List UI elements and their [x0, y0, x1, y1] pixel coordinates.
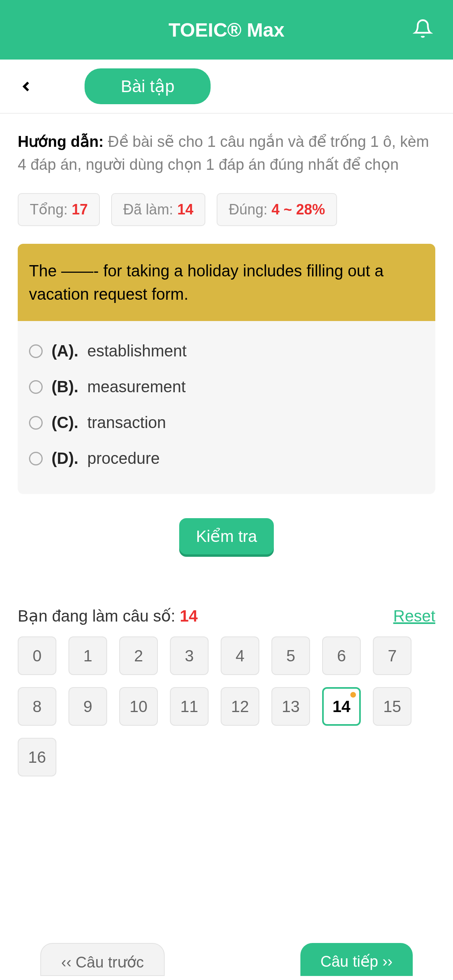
option-text: establishment: [87, 342, 187, 360]
progress-label-wrap: Bạn đang làm câu số: 14: [18, 607, 198, 625]
footer-nav: ‹‹ Câu trước Câu tiếp ››: [0, 943, 453, 980]
question-number-5[interactable]: 5: [271, 636, 310, 675]
question-number-8[interactable]: 8: [18, 687, 56, 726]
prev-question-button[interactable]: ‹‹ Câu trước: [40, 943, 165, 976]
nav-bar: Bài tập: [0, 60, 453, 113]
question-number-15[interactable]: 15: [373, 687, 412, 726]
app-title: TOEIC® Max: [169, 19, 285, 41]
question-number-16[interactable]: 16: [18, 738, 56, 776]
app-header: TOEIC® Max: [0, 0, 453, 60]
options-list: (A). establishment (B). measurement (C).…: [18, 321, 435, 494]
active-dot-icon: [350, 692, 356, 698]
stats-row: Tổng: 17 Đã làm: 14 Đúng: 4 ~ 28%: [18, 193, 435, 226]
question-number-grid: 012345678910111213141516: [18, 636, 435, 776]
stat-done: Đã làm: 14: [111, 193, 205, 226]
reset-link[interactable]: Reset: [393, 607, 436, 625]
option-a[interactable]: (A). establishment: [29, 333, 424, 369]
question-number-9[interactable]: 9: [68, 687, 107, 726]
radio-icon: [29, 416, 43, 430]
question-number-4[interactable]: 4: [221, 636, 259, 675]
radio-icon: [29, 452, 43, 465]
check-button[interactable]: Kiểm tra: [179, 518, 274, 554]
instruction-label: Hướng dẫn:: [18, 133, 108, 150]
progress-label: Bạn đang làm câu số:: [18, 607, 180, 625]
question-number-3[interactable]: 3: [170, 636, 209, 675]
question-number-7[interactable]: 7: [373, 636, 412, 675]
question-number-1[interactable]: 1: [68, 636, 107, 675]
option-label: (A).: [52, 342, 79, 360]
option-text: procedure: [87, 449, 160, 467]
question-number-12[interactable]: 12: [221, 687, 259, 726]
instruction-text: Hướng dẫn: Đề bài sẽ cho 1 câu ngắn và đ…: [18, 130, 435, 176]
stat-done-value: 14: [177, 201, 193, 218]
progress-row: Bạn đang làm câu số: 14 Reset: [18, 607, 435, 625]
radio-icon: [29, 380, 43, 394]
question-number-2[interactable]: 2: [119, 636, 158, 675]
question-text: The ——- for taking a holiday includes fi…: [18, 244, 435, 321]
question-number-6[interactable]: 6: [322, 636, 361, 675]
option-c[interactable]: (C). transaction: [29, 405, 424, 441]
stat-correct: Đúng: 4 ~ 28%: [217, 193, 337, 226]
radio-icon: [29, 344, 43, 358]
notification-bell-icon[interactable]: [413, 19, 433, 41]
question-number-10[interactable]: 10: [119, 687, 158, 726]
question-card: The ——- for taking a holiday includes fi…: [18, 244, 435, 494]
main-content: Hướng dẫn: Đề bài sẽ cho 1 câu ngắn và đ…: [0, 113, 453, 793]
question-number-14[interactable]: 14: [322, 687, 361, 726]
stat-done-label: Đã làm:: [123, 201, 177, 218]
option-label: (D).: [52, 449, 79, 467]
question-number-0[interactable]: 0: [18, 636, 56, 675]
question-number-11[interactable]: 11: [170, 687, 209, 726]
option-b[interactable]: (B). measurement: [29, 369, 424, 405]
option-d[interactable]: (D). procedure: [29, 441, 424, 476]
progress-section: Bạn đang làm câu số: 14 Reset 0123456789…: [18, 607, 435, 776]
next-question-button[interactable]: Câu tiếp ››: [300, 943, 413, 976]
stat-total-value: 17: [72, 201, 88, 218]
option-text: measurement: [87, 378, 186, 396]
option-text: transaction: [87, 414, 166, 432]
progress-current: 14: [180, 607, 198, 625]
stat-correct-label: Đúng:: [229, 201, 271, 218]
stat-total-label: Tổng:: [30, 201, 72, 218]
option-label: (C).: [52, 414, 79, 432]
stat-correct-value: 4 ~ 28%: [271, 201, 325, 218]
tab-exercises[interactable]: Bài tập: [85, 68, 211, 104]
check-button-wrap: Kiểm tra: [18, 518, 435, 554]
stat-total: Tổng: 17: [18, 193, 100, 226]
question-number-13[interactable]: 13: [271, 687, 310, 726]
option-label: (B).: [52, 378, 79, 396]
back-button[interactable]: [16, 76, 36, 97]
